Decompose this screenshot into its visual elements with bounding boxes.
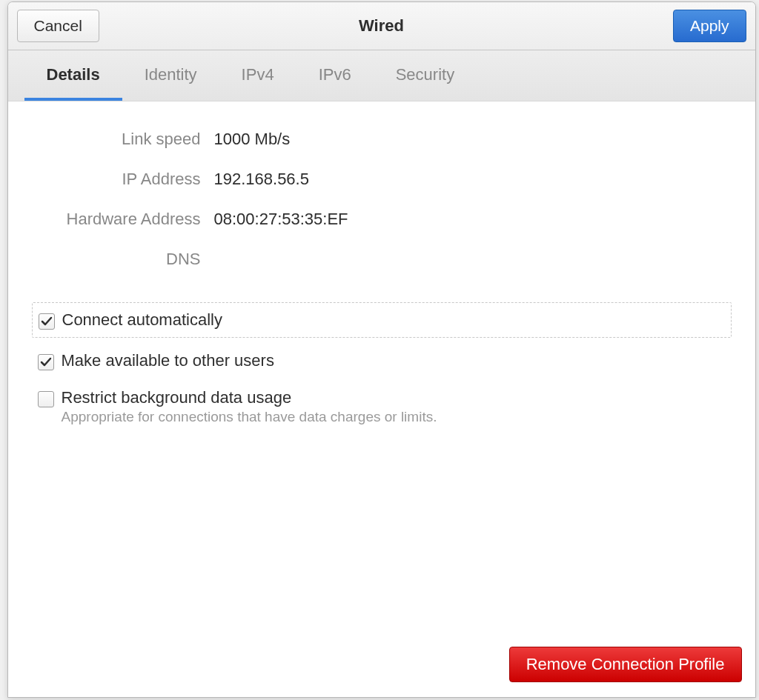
check-icon <box>41 316 53 327</box>
link-speed-label: Link speed <box>32 130 201 149</box>
ip-address-label: IP Address <box>32 170 201 189</box>
restrict-background-checkbox[interactable] <box>38 391 54 407</box>
tab-identity[interactable]: Identity <box>122 50 219 101</box>
cancel-button[interactable]: Cancel <box>17 10 99 42</box>
options-section: Connect automatically Make available to … <box>32 302 732 434</box>
header-bar: Cancel Wired Apply <box>8 2 755 50</box>
hardware-address-label: Hardware Address <box>32 210 201 229</box>
option-connect-automatically[interactable]: Connect automatically <box>32 302 732 338</box>
link-speed-value: 1000 Mb/s <box>214 130 732 149</box>
connect-automatically-label: Connect automatically <box>62 310 222 330</box>
header-title: Wired <box>8 16 755 36</box>
apply-button[interactable]: Apply <box>673 10 746 42</box>
tab-bar: Details Identity IPv4 IPv6 Security <box>8 50 755 101</box>
tab-security[interactable]: Security <box>374 50 477 101</box>
content-area: Link speed 1000 Mb/s IP Address 192.168.… <box>8 101 755 434</box>
connect-automatically-checkbox[interactable] <box>39 313 55 330</box>
restrict-background-sublabel: Appropriate for connections that have da… <box>62 409 437 425</box>
tab-ipv4[interactable]: IPv4 <box>219 50 296 101</box>
details-grid: Link speed 1000 Mb/s IP Address 192.168.… <box>32 130 732 269</box>
tab-details[interactable]: Details <box>24 50 122 101</box>
restrict-background-label: Restrict background data usage <box>62 388 437 407</box>
remove-connection-profile-button[interactable]: Remove Connection Profile <box>509 647 742 682</box>
check-icon <box>40 356 52 368</box>
available-to-others-label: Make available to other users <box>62 351 274 370</box>
tab-ipv6[interactable]: IPv6 <box>296 50 374 101</box>
ip-address-value: 192.168.56.5 <box>214 170 732 189</box>
hardware-address-value: 08:00:27:53:35:EF <box>214 210 732 229</box>
option-restrict-background-data[interactable]: Restrict background data usage Appropria… <box>32 379 732 434</box>
connection-editor-dialog: Cancel Wired Apply Details Identity IPv4… <box>7 1 756 698</box>
available-to-others-checkbox[interactable] <box>38 354 54 370</box>
dns-label: DNS <box>32 250 201 269</box>
footer: Remove Connection Profile <box>509 647 742 682</box>
option-available-to-others[interactable]: Make available to other users <box>32 342 732 379</box>
